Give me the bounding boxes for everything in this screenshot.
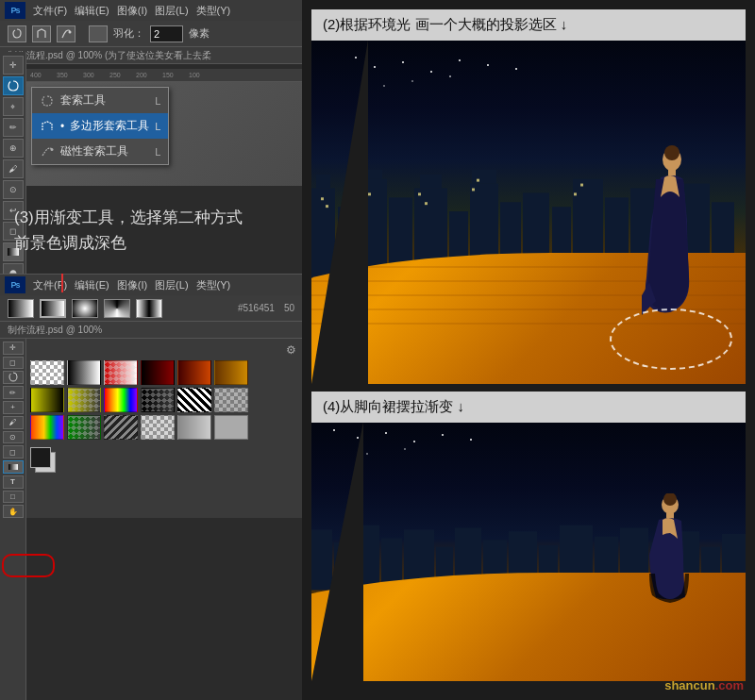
g-clone-tool[interactable]: ⊙ (3, 431, 24, 444)
lasso-tool-btn[interactable] (3, 76, 24, 95)
brush-tool[interactable]: 🖌 (3, 159, 24, 178)
swatch-row-3 (30, 415, 298, 440)
fg-color-box[interactable] (30, 447, 51, 468)
svg-rect-28 (418, 192, 421, 195)
swatch-rainbow2[interactable] (30, 415, 64, 440)
svg-point-2 (51, 148, 54, 151)
gradient-options-bar: #516451 50 (0, 295, 302, 322)
svg-rect-14 (472, 170, 496, 184)
lasso-icon (40, 93, 55, 108)
polygon-tool-icon[interactable] (32, 25, 51, 42)
move-tool[interactable]: ✛ (3, 56, 24, 75)
ps-logo-1: Ps (5, 2, 25, 19)
g-select-tool[interactable]: ◻ (3, 357, 24, 370)
gradient-linear-icon[interactable] (8, 299, 34, 318)
gradient-swatches-panel: ⚙ (26, 339, 302, 518)
menu-layer[interactable]: 图层(L) (155, 4, 188, 18)
feather-input[interactable]: 2 (150, 25, 183, 42)
swatch-black-checker[interactable] (141, 388, 175, 412)
g-text-tool[interactable]: T (3, 475, 24, 489)
swatch-green-checker[interactable] (67, 415, 101, 440)
g-heal-tool[interactable]: + (3, 401, 24, 414)
menu-type[interactable]: 类型(Y) (196, 4, 231, 18)
feather-label: 羽化： (113, 26, 144, 41)
swatches-settings-row: ⚙ (30, 342, 298, 358)
swatch-dark-stripe[interactable] (104, 415, 138, 440)
magnetic-lasso-icon (40, 144, 55, 159)
svg-point-0 (69, 30, 72, 33)
lasso-dropdown-area: 套索工具 L • 多边形套索工具 L 磁性套索工具 L (26, 82, 302, 186)
gradient-linear-selected[interactable] (40, 299, 66, 318)
lasso-context-menu: 套索工具 L • 多边形套索工具 L 磁性套索工具 L (31, 87, 169, 165)
lasso-tool-icon[interactable] (8, 25, 26, 42)
swatch-gray-solid[interactable] (214, 415, 248, 440)
svg-rect-3 (8, 464, 18, 470)
fg-bg-color-area (30, 447, 298, 475)
menu-file[interactable]: 文件(F) (33, 4, 67, 18)
grad-menu-layer[interactable]: 图层(L) (155, 278, 188, 292)
gradient-tool-highlight (2, 554, 55, 577)
right-panel: (2)根据环境光 画一个大概的投影选区 ↓ (302, 0, 755, 700)
menu-edit[interactable]: 编辑(E) (75, 4, 109, 18)
crop-tool[interactable]: ⌖ (3, 97, 24, 116)
swatch-black-red[interactable] (141, 360, 175, 385)
g-brush-tool[interactable]: 🖌 (3, 416, 24, 429)
woman-figure (642, 145, 694, 315)
annotation-right-2: (4)从脚向裙摆拉渐变 ↓ (311, 392, 746, 423)
g-move-tool[interactable]: ✛ (3, 342, 24, 355)
triangle-overlay-left-2 (311, 422, 363, 681)
svg-rect-11 (420, 174, 442, 188)
svg-rect-31 (477, 178, 479, 181)
swatches-settings-icon[interactable]: ⚙ (283, 342, 298, 358)
swatch-stripe[interactable] (177, 388, 211, 412)
svg-rect-33 (580, 183, 583, 186)
g-gradient-tool[interactable] (3, 460, 24, 474)
swatch-gray-checker[interactable] (214, 388, 248, 412)
heal-tool[interactable]: ⊕ (3, 139, 24, 158)
feather-unit: 像素 (189, 26, 210, 41)
swatch-checker2[interactable] (141, 415, 175, 440)
g-shape-tool[interactable]: □ (3, 491, 24, 504)
swatch-checker[interactable] (30, 360, 64, 385)
swatch-row-1 (30, 360, 298, 385)
svg-rect-30 (472, 188, 475, 191)
swatch-rainbow[interactable] (104, 388, 138, 412)
fg-bg-color-group (30, 447, 59, 475)
ps-options-bar: 羽化： 2 像素 (0, 21, 302, 47)
g-eyedrop-tool[interactable]: ✏ (3, 386, 24, 399)
gradient-reflected-icon[interactable] (136, 299, 162, 318)
grad-menu-image[interactable]: 图像(I) (117, 278, 147, 292)
gradient-angle-icon[interactable] (104, 299, 130, 318)
gradient-radial-icon[interactable] (72, 299, 98, 318)
annotation-1: (3)用渐变工具，选择第二种方式 前景色调成深色 (0, 193, 302, 267)
g-lasso-tool[interactable] (3, 371, 24, 384)
g-hand-tool[interactable]: ✋ (3, 505, 24, 518)
swatch-gray[interactable] (177, 415, 211, 440)
swatch-yellow-black[interactable] (30, 388, 64, 412)
swatch-dark-red[interactable] (177, 360, 211, 385)
swatch-brown-orange[interactable] (214, 360, 248, 385)
g-eraser-tool[interactable]: ◻ (3, 445, 24, 458)
annotation-right-1: (2)根据环境光 画一个大概的投影选区 ↓ (311, 9, 746, 41)
magnetic-lasso-item[interactable]: 磁性套索工具 L (32, 139, 168, 164)
lasso-tool-item[interactable]: 套索工具 L (32, 88, 168, 113)
swatch-bw[interactable] (67, 360, 101, 385)
gradient-file-info-bar: 制作流程.psd @ 100% (0, 322, 302, 339)
file-info-bar: 制作流程.psd @ 100% (为了使这位美女看上去柔 (0, 47, 302, 64)
svg-point-48 (664, 145, 680, 160)
left-panel: Ps 文件(F) 编辑(E) 图像(I) 图层(L) 类型(Y) 羽化： 2 (0, 0, 302, 700)
eyedropper-tool[interactable]: ✏ (3, 118, 24, 137)
triangle-overlay-left (311, 40, 368, 384)
swatch-yellow-checker[interactable] (67, 388, 101, 412)
grad-menu-edit[interactable]: 编辑(E) (75, 278, 109, 292)
feather-icon (89, 25, 108, 42)
ps-gradient-menubar: Ps 文件(F) 编辑(E) 图像(I) 图层(L) 类型(Y) (0, 275, 302, 295)
polygon-lasso-item[interactable]: • 多边形套索工具 L (32, 113, 168, 139)
watermark: shancun.com (664, 678, 744, 692)
magnetic-tool-icon[interactable] (57, 25, 76, 42)
menu-image[interactable]: 图像(I) (117, 4, 147, 18)
arrow-down-indicator (61, 274, 63, 292)
swatch-red-white[interactable] (104, 360, 138, 385)
grad-menu-type[interactable]: 类型(Y) (196, 278, 231, 292)
ps-menu-bar: Ps 文件(F) 编辑(E) 图像(I) 图层(L) 类型(Y) (0, 0, 302, 21)
